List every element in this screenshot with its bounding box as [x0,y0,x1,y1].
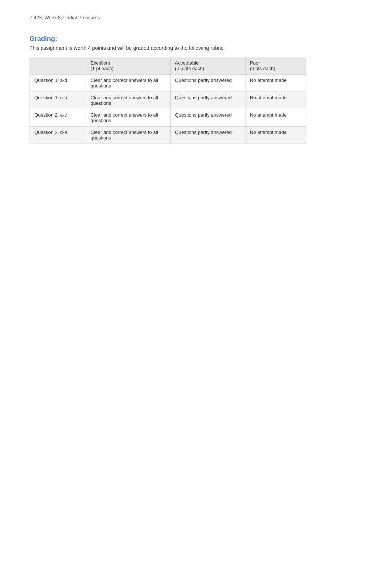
table-header-row: Excellent (1 pt each) Acceptable (0.5 pt… [30,57,306,75]
grading-title: Grading: [30,35,362,43]
col-header-acceptable: Acceptable (0.5 pts each) [170,57,245,75]
row-2-question: Question 1: e-h [30,92,86,109]
row-2-acceptable: Questions partly answered [170,92,245,109]
row-3-poor: No attempt made [245,109,306,127]
row-4-acceptable: Questions partly answered [170,127,245,144]
table-row: Question 1: a-d Clear and correct answer… [30,75,306,92]
table-row: Question 2: a-c Clear and correct answer… [30,109,306,127]
row-1-acceptable: Questions partly answered [170,75,245,92]
table-row: Question 2: d-e Clear and correct answer… [30,127,306,144]
grading-section: Grading: This assignment is worth 4 poin… [30,35,362,144]
row-4-poor: No attempt made [245,127,306,144]
col-header-poor: Poor (0 pts each) [245,57,306,75]
row-1-poor: No attempt made [245,75,306,92]
page-title: Z 423; Week 8, Partial Pressures [30,15,362,20]
row-1-excellent: Clear and correct answers to all questio… [86,75,171,92]
row-3-acceptable: Questions partly answered [170,109,245,127]
rubric-table: Excellent (1 pt each) Acceptable (0.5 pt… [30,57,306,144]
row-4-question: Question 2: d-e [30,127,86,144]
col-header-question [30,57,86,75]
col-header-excellent: Excellent (1 pt each) [86,57,171,75]
row-3-excellent: Clear and correct answers to all questio… [86,109,171,127]
row-2-excellent: Clear and correct answers to all questio… [86,92,171,109]
row-1-question: Question 1: a-d [30,75,86,92]
page-header: Z 423; Week 8, Partial Pressures [30,15,362,20]
row-4-excellent: Clear and correct answers to all questio… [86,127,171,144]
row-3-question: Question 2: a-c [30,109,86,127]
row-2-poor: No attempt made [245,92,306,109]
table-row: Question 1: e-h Clear and correct answer… [30,92,306,109]
grading-description: This assignment is worth 4 points and wi… [30,45,362,51]
